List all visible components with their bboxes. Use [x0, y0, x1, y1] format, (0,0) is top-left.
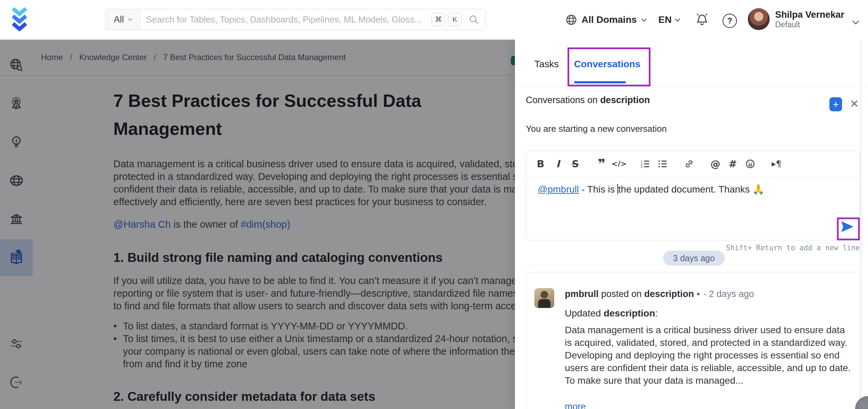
panel-heading-entity: description — [600, 95, 650, 105]
strikethrough-icon[interactable]: S — [569, 156, 582, 172]
cmd-key-badge: ⌘ — [432, 13, 445, 26]
comment-text: the updated document. Thanks 🙏 — [618, 184, 764, 195]
new-conversation-hint: You are starting a new conversation — [526, 124, 667, 134]
user-name: Shilpa Vernekar — [775, 9, 844, 20]
search-scope-dropdown[interactable]: All — [106, 9, 140, 30]
activity-drawer: Tasks Conversations Conversations on des… — [515, 40, 868, 409]
panel-heading-prefix: Conversations on — [526, 95, 600, 105]
post-action-text: posted on — [599, 289, 644, 299]
tab-conversations[interactable]: Conversations — [574, 59, 641, 70]
post-subheading-suffix: : — [655, 308, 658, 319]
post-timestamp: - 2 days ago — [703, 289, 754, 299]
post-body-text: Data management is a critical business d… — [565, 324, 851, 387]
post-subheading-prefix: Updated — [565, 308, 604, 319]
bold-icon[interactable]: B — [534, 156, 547, 172]
post-author-name[interactable]: pmbrull — [565, 289, 599, 299]
notifications-button[interactable] — [695, 12, 710, 27]
comment-editor: B I S ❞ </> 1 2 3 — [526, 151, 860, 240]
chevron-down-icon — [127, 18, 133, 21]
mention-link[interactable]: @pmbrull — [538, 184, 579, 195]
app-logo-icon[interactable] — [10, 5, 29, 35]
post-header: pmbrull posted on description•- 2 days a… — [565, 289, 754, 299]
italic-icon[interactable]: I — [552, 156, 564, 172]
comment-input[interactable]: @pmbrull - This is the updated document.… — [538, 184, 831, 195]
post-subheading-entity: description — [604, 308, 655, 319]
top-navbar: All ⌘ K All Domains — [0, 0, 868, 40]
globe-icon — [565, 14, 577, 26]
active-tab-underline — [574, 81, 626, 83]
link-icon[interactable] — [683, 156, 695, 172]
tabs-divider — [515, 86, 868, 87]
user-team: Default — [775, 20, 844, 29]
emoji-icon[interactable] — [744, 156, 756, 172]
language-dropdown[interactable]: EN — [658, 0, 681, 40]
ordered-list-icon[interactable]: 1 2 3 — [639, 156, 652, 172]
svg-text:3: 3 — [641, 165, 642, 169]
post-author-avatar — [534, 288, 554, 308]
search-icon[interactable] — [468, 14, 479, 25]
insert-paragraph-icon[interactable]: ▸¶ — [770, 156, 783, 172]
editor-toolbar: B I S ❞ </> 1 2 3 — [526, 151, 859, 177]
panel-heading: Conversations on description — [526, 95, 650, 105]
user-avatar — [748, 8, 770, 30]
mention-icon[interactable]: @ — [709, 156, 722, 172]
post-dot-separator: • — [697, 289, 700, 299]
chevron-down-icon — [674, 18, 681, 22]
more-link[interactable]: more — [565, 401, 586, 409]
hashtag-icon[interactable]: # — [727, 156, 739, 172]
post-subheading: Updated description: — [565, 308, 658, 319]
tab-tasks[interactable]: Tasks — [534, 59, 559, 70]
language-label: EN — [658, 14, 672, 25]
conversation-post-card: pmbrull posted on description•- 2 days a… — [526, 272, 860, 409]
all-domains-label: All Domains — [582, 14, 637, 25]
all-domains-dropdown[interactable]: All Domains — [565, 0, 647, 40]
search-scope-label: All — [114, 14, 124, 25]
post-entity: description — [644, 289, 694, 299]
help-icon: ? — [727, 16, 732, 26]
modal-dim-overlay[interactable] — [0, 40, 515, 409]
comment-text: - This is — [579, 184, 617, 195]
search-input[interactable] — [140, 14, 432, 25]
app-window: All ⌘ K All Domains — [0, 0, 868, 409]
send-button[interactable] — [840, 220, 854, 234]
global-search-bar: All ⌘ K — [105, 9, 486, 30]
unordered-list-icon[interactable] — [657, 156, 669, 172]
time-divider-chip: 3 days ago — [663, 251, 725, 266]
help-button[interactable]: ? — [723, 14, 737, 28]
k-key-badge: K — [448, 13, 462, 26]
code-block-icon[interactable]: </> — [613, 156, 625, 172]
panel-scrollbar[interactable] — [860, 40, 862, 409]
add-conversation-button[interactable]: + — [829, 97, 842, 111]
user-menu[interactable]: Shilpa Vernekar Default — [748, 8, 859, 30]
chevron-down-icon — [852, 20, 859, 25]
chevron-down-icon — [641, 18, 647, 22]
close-drawer-button[interactable]: ✕ — [848, 97, 861, 111]
blockquote-icon[interactable]: ❞ — [596, 156, 608, 172]
